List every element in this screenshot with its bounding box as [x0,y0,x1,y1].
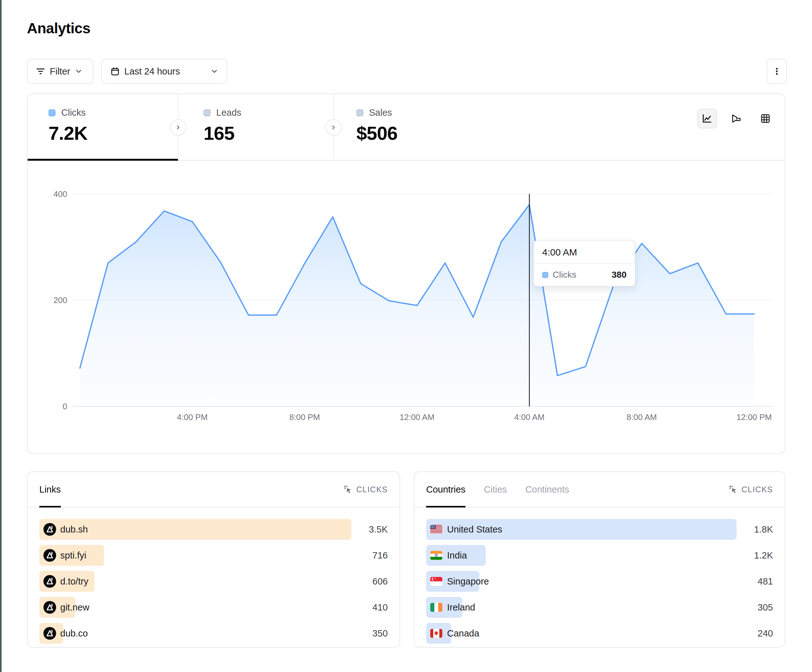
x-axis-tick-label: 12:00 AM [399,413,434,422]
tab-cities[interactable]: Cities [484,472,507,507]
bar-track: Ireland [426,597,740,618]
tab-clicks[interactable]: Clicks 7.2K [27,94,178,160]
links-panel: Links CLICKS dub.sh3.5Kspti.fyi716d.to/t… [27,471,400,648]
row-label: Canada [447,628,479,639]
countries-rows: United States1.8KIndia1.2KSingapore481Ir… [415,508,785,644]
x-axis-tick-label: 8:00 PM [289,413,320,422]
row-value: 3.5K [361,524,388,535]
tab-links[interactable]: Links [39,472,61,507]
flag-in-icon [430,551,442,560]
row-label: dub.co [60,628,88,639]
line-chart-icon [701,113,713,124]
clicks-value: 7.2K [48,122,178,144]
links-rows: dub.sh3.5Kspti.fyi716d.to/try606git.new4… [27,508,399,644]
list-item[interactable]: Canada240 [426,623,773,644]
row-label: git.new [60,602,89,613]
list-item[interactable]: spti.fyi716 [39,545,388,566]
row-value: 606 [361,576,388,587]
bar-track: dub.co [39,623,355,644]
more-options-button[interactable] [767,59,787,84]
chart-view-switcher [697,109,775,128]
countries-panel-header: Countries Cities Continents CLICKS [415,472,785,508]
list-item[interactable]: India1.2K [426,545,773,566]
x-axis-tick-label: 8:00 AM [626,413,657,422]
dub-logo-icon [43,575,56,588]
cursor-click-icon [343,484,353,494]
funnel-view-button[interactable] [727,109,746,128]
filter-button-label: Filter [50,66,70,77]
filter-icon [36,67,45,76]
chevron-right-icon [330,124,337,131]
row-label: d.to/try [60,576,89,587]
clicks-area-chart: 02004004:00 PM8:00 PM12:00 AM4:00 AM8:00… [27,161,786,455]
metric-label: CLICKS [742,485,773,494]
clicks-metric-header: CLICKS [343,484,388,494]
row-label: spti.fyi [60,550,86,561]
calendar-icon [110,67,120,76]
chevron-right-icon [175,124,181,131]
bar-track: Canada [426,623,740,644]
row-value: 410 [361,602,388,613]
tab-leads[interactable]: Leads 165 [178,94,334,160]
tab-countries[interactable]: Countries [426,472,466,507]
date-range-label: Last 24 hours [124,66,180,77]
stat-label: Clicks [61,107,85,118]
filter-button[interactable]: Filter [27,59,94,84]
bar-track: Singapore [426,571,740,592]
list-item[interactable]: dub.sh3.5K [39,519,388,540]
bar-track: d.to/try [39,571,355,592]
line-chart-view-button[interactable] [697,109,717,128]
tooltip-series-label: Clicks [553,270,577,280]
flag-us-icon [430,525,442,534]
flag-sg-icon [430,577,442,586]
tooltip-time: 4:00 AM [534,240,635,264]
list-item[interactable]: git.new410 [39,597,388,618]
list-item[interactable]: d.to/try606 [39,571,388,592]
bar-track: India [426,545,740,566]
countries-panel: Countries Cities Continents CLICKS Unite… [414,471,785,648]
list-item[interactable]: dub.co350 [39,623,388,644]
row-label: Singapore [447,576,489,587]
clicks-metric-header: CLICKS [728,484,773,494]
kebab-menu-icon [772,67,781,76]
row-value: 305 [746,602,773,613]
list-item[interactable]: United States1.8K [426,519,773,540]
leads-value: 165 [203,122,334,144]
stat-tabs: Clicks 7.2K Leads 165 Sales $506 [27,94,785,161]
date-range-button[interactable]: Last 24 hours [101,59,227,84]
y-axis-tick-label: 400 [54,189,67,199]
grid-table-icon [760,113,771,124]
expand-leads-chevron-button[interactable] [170,119,186,136]
row-label: dub.sh [60,524,88,535]
page-title: Analytics [27,20,90,37]
leads-legend-swatch [203,109,210,116]
flag-ie-icon [430,603,442,612]
bar-track: spti.fyi [39,545,355,566]
row-value: 481 [746,576,773,587]
tab-sales[interactable]: Sales $506 [334,94,489,160]
chevron-down-icon [75,67,83,75]
dub-logo-icon [43,601,56,614]
y-axis-tick-label: 200 [54,295,67,305]
metric-label: CLICKS [357,485,388,494]
bar-track: United States [426,519,740,540]
clicks-legend-swatch [48,109,55,116]
list-item[interactable]: Ireland305 [426,597,773,618]
chart-tooltip: 4:00 AM Clicks 380 [533,240,635,287]
y-axis-tick-label: 0 [63,402,67,411]
table-view-button[interactable] [756,109,775,128]
x-axis-tick-label: 4:00 AM [514,413,544,422]
dub-logo-icon [43,627,56,640]
x-axis-tick-label: 12:00 PM [737,413,772,422]
expand-sales-chevron-button[interactable] [325,119,342,136]
tab-continents[interactable]: Continents [525,472,570,507]
list-item[interactable]: Singapore481 [426,571,773,592]
chart-canvas: 02004004:00 PM8:00 PM12:00 AM4:00 AM8:00… [27,161,786,455]
window-edge-strip [0,0,2,672]
row-value: 1.2K [746,550,773,561]
x-axis-tick-label: 4:00 PM [177,413,208,422]
links-panel-header: Links CLICKS [27,472,399,508]
row-value: 1.8K [746,524,773,535]
row-label: India [447,550,467,561]
chevron-down-icon [210,67,218,75]
